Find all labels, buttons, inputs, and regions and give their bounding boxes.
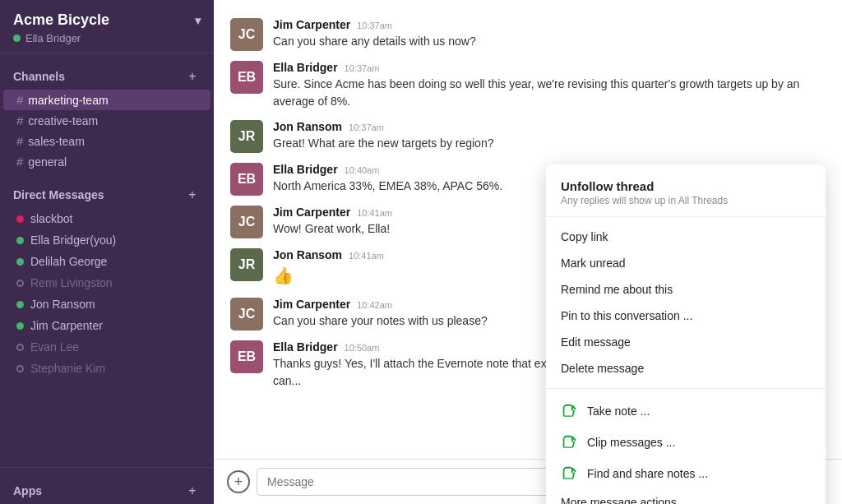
message-text: Can you share any details with us now? [273, 33, 826, 50]
message-content: Ella Bridger 10:37am Sure. Since Acme ha… [273, 61, 826, 110]
message-add-button[interactable]: + [227, 470, 250, 493]
ctx-edit[interactable]: Edit message [546, 329, 826, 355]
message-content: Jim Carpenter 10:37am Can you share any … [273, 18, 826, 50]
message-author: Ella Bridger [273, 340, 338, 354]
ctx-unfollow-subtitle: Any replies will show up in All Threads [561, 195, 811, 206]
apps-label: Apps [13, 484, 42, 497]
dm-name: Delilah George [30, 255, 107, 268]
add-channel-button[interactable]: + [184, 68, 201, 85]
dm-status-dot [16, 365, 24, 372]
dm-status-dot [16, 301, 24, 308]
dm-status-dot [16, 322, 24, 330]
message-author: Jim Carpenter [273, 206, 350, 219]
hash-icon: # [16, 113, 23, 127]
ctx-take-note[interactable]: Take note ... [546, 395, 826, 427]
ctx-evernote-section: Take note ... Clip messages ... Find and… [546, 388, 826, 504]
avatar: JC [230, 298, 263, 331]
evernote-icon [561, 402, 579, 420]
workspace-chevron-icon[interactable]: ▾ [195, 14, 201, 27]
channel-name: creative-team [28, 114, 98, 127]
message-time: 10:40am [345, 165, 380, 175]
dm-status-dot [16, 237, 24, 244]
user-status-dot [13, 35, 21, 42]
message-time: 10:41am [357, 208, 392, 218]
dm-item-delilah[interactable]: Delilah George [3, 251, 210, 272]
ctx-mark-unread[interactable]: Mark unread [546, 250, 826, 276]
dm-name: Stephanie Kim [30, 362, 105, 375]
dm-item-jon[interactable]: Jon Ransom [3, 294, 210, 315]
message-row: EB Ella Bridger 10:37am Sure. Since Acme… [214, 56, 842, 115]
avatar: EB [230, 340, 263, 373]
dm-name: slackbot [30, 212, 72, 225]
hash-icon: # [16, 134, 23, 148]
message-time: 10:37am [357, 21, 392, 30]
avatar: JC [230, 206, 263, 238]
ctx-actions-section: Copy link Mark unread Remind me about th… [546, 216, 826, 388]
dm-name: Evan Lee [30, 340, 79, 354]
channels-label: Channels [13, 70, 65, 83]
user-name: Ella Bridger [25, 32, 81, 44]
message-author: Jim Carpenter [273, 18, 350, 31]
message-text: Sure. Since Acme has been doing so well … [273, 76, 826, 110]
channel-name: marketing-team [28, 94, 108, 107]
message-author: Ella Bridger [273, 61, 338, 74]
ctx-clip-messages[interactable]: Clip messages ... [546, 427, 826, 458]
dm-status-dot [16, 258, 24, 266]
message-time: 10:37am [345, 63, 380, 73]
sidebar-item-marketing-team[interactable]: # marketing-team [3, 90, 210, 110]
message-time: 10:50am [345, 343, 380, 353]
dm-status-dot [16, 280, 24, 287]
evernote-icon [561, 465, 579, 483]
ctx-find-share[interactable]: Find and share notes ... [546, 458, 826, 489]
dm-name: Remi Livingston [30, 276, 113, 289]
message-time: 10:41am [349, 251, 384, 261]
message-row: JC Jim Carpenter 10:37am Can you share a… [214, 13, 842, 56]
dm-label: Direct Messages [13, 188, 104, 201]
dm-name: Jim Carpenter [30, 319, 103, 332]
avatar: EB [230, 163, 263, 196]
sidebar-item-sales-team[interactable]: # sales-team [3, 131, 210, 151]
message-row: JR Jon Ransom 10:37am Great! What are th… [214, 115, 842, 158]
channels-list: # marketing-team # creative-team # sales… [0, 90, 214, 172]
dm-item-slackbot[interactable]: slackbot [3, 208, 210, 229]
add-app-button[interactable]: + [184, 483, 201, 499]
workspace-name[interactable]: Acme Bicycle ▾ [13, 12, 201, 29]
channel-name: sales-team [28, 135, 84, 148]
dm-name: Ella Bridger(you) [30, 234, 116, 247]
message-text: Great! What are the new targets by regio… [273, 135, 826, 152]
message-time: 10:42am [357, 300, 392, 310]
hash-icon: # [16, 155, 23, 169]
dm-item-remi[interactable]: Remi Livingston [3, 272, 210, 294]
ctx-delete[interactable]: Delete message [546, 355, 826, 381]
dm-item-stephanie[interactable]: Stephanie Kim [3, 358, 210, 379]
message-content: Jon Ransom 10:37am Great! What are the n… [273, 120, 826, 152]
ctx-pin[interactable]: Pin to this conversation ... [546, 303, 826, 329]
dm-item-evan[interactable]: Evan Lee [3, 336, 210, 358]
dm-status-dot [16, 215, 24, 223]
ctx-unfollow-section: Unfollow thread Any replies will show up… [546, 164, 826, 216]
message-author: Jon Ransom [273, 120, 342, 133]
avatar: EB [230, 61, 263, 94]
context-menu: Unfollow thread Any replies will show up… [546, 164, 826, 504]
workspace-title: Acme Bicycle [13, 12, 109, 29]
apps-section: Apps + [0, 467, 214, 504]
dm-list: slackbot Ella Bridger(you) Delilah Georg… [0, 208, 214, 379]
ctx-copy-link[interactable]: Copy link [546, 224, 826, 250]
message-author: Ella Bridger [273, 163, 338, 176]
channel-name: general [28, 155, 67, 169]
ctx-unfollow-title[interactable]: Unfollow thread [561, 179, 811, 193]
dm-item-ella[interactable]: Ella Bridger(you) [3, 229, 210, 251]
ctx-remind[interactable]: Remind me about this [546, 276, 826, 303]
avatar: JR [230, 120, 263, 153]
message-time: 10:37am [349, 123, 384, 132]
add-dm-button[interactable]: + [184, 187, 201, 203]
dm-item-jim[interactable]: Jim Carpenter [3, 315, 210, 336]
sidebar-item-creative-team[interactable]: # creative-team [3, 110, 210, 131]
dm-status-dot [16, 344, 24, 351]
ctx-more-actions[interactable]: More message actions [546, 489, 826, 504]
apps-section-header: Apps + [0, 468, 214, 504]
sidebar: Acme Bicycle ▾ Ella Bridger Channels + #… [0, 0, 214, 504]
sidebar-header: Acme Bicycle ▾ Ella Bridger [0, 0, 214, 53]
sidebar-item-general[interactable]: # general [3, 151, 210, 172]
avatar: JC [230, 18, 263, 51]
